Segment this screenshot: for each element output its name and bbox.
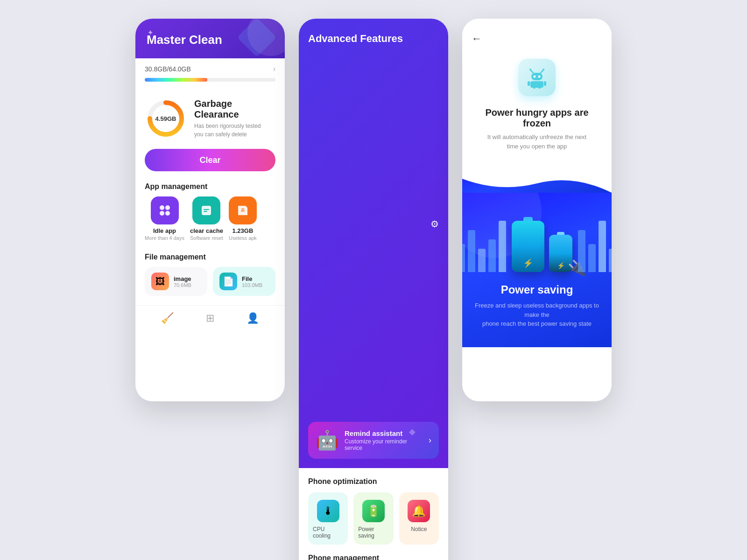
nav-profile-icon[interactable]: 👤 <box>247 312 259 324</box>
notice-icon: 🔔 <box>408 500 430 522</box>
file-size: 103.0MB <box>242 282 262 288</box>
file-info: File 103.0MB <box>242 275 262 288</box>
app-management-title: App management <box>135 180 285 196</box>
power-saving-label: Power saving <box>358 526 388 539</box>
storage-bar-wrapper <box>135 76 285 88</box>
remind-text: Remind assistant Customize your reminder… <box>345 429 423 451</box>
chart-bar-r4 <box>578 230 585 272</box>
notice-card[interactable]: 🔔 Notice <box>399 492 439 545</box>
apk-label: 1.23GB <box>233 227 254 234</box>
remind-sub: Customize your reminder service <box>345 438 423 451</box>
screen-master-clean: Master Clean 30.8GB/64.0GB › <box>135 19 285 401</box>
image-size: 70.6MB <box>174 282 191 288</box>
svg-text:4.59GB: 4.59GB <box>155 115 176 122</box>
screen1-title: Master Clean <box>147 33 274 47</box>
clear-cache-icon <box>192 196 220 224</box>
svg-rect-11 <box>241 209 244 210</box>
screen-power-saving: ← <box>462 19 612 401</box>
cpu-cooling-label: CPU cooling <box>313 526 343 539</box>
power-saving-card[interactable]: 🔋 Power saving <box>353 492 393 545</box>
app-item-apk[interactable]: 1.23GB Useless apk <box>229 196 257 241</box>
screen2-header: Advanced Features ⚙ 🤖 Remind assistant C… <box>299 19 448 468</box>
bar-chart <box>462 221 506 272</box>
file-item-file[interactable]: 📄 File 103.0MB <box>213 267 275 296</box>
back-arrow-icon[interactable]: ← <box>472 33 602 45</box>
garbage-section: 4.59GB Garbage Clearance Has been rigoro… <box>135 88 285 144</box>
svg-line-16 <box>530 70 533 73</box>
nav-apps-icon[interactable]: ⊞ <box>206 312 214 324</box>
battery-illustration: ⚡ ⚡ 🔌 <box>472 221 602 272</box>
chart-bar-4 <box>488 239 496 272</box>
notice-label: Notice <box>411 526 427 532</box>
android-icon-wrap <box>472 59 602 96</box>
screen3-top: ← <box>462 19 612 165</box>
optimization-grid: 🌡 CPU cooling 🔋 Power saving 🔔 Notice <box>308 492 439 545</box>
apk-icon <box>229 196 257 224</box>
power-saving-icon: 🔋 <box>362 500 385 522</box>
garbage-title: Garbage Clearance <box>194 98 275 120</box>
robot-emoji: 🤖 <box>316 429 339 451</box>
chart-bar-r1 <box>609 249 612 272</box>
app-item-cache[interactable]: clear cache Software reset <box>190 196 223 241</box>
svg-point-4 <box>165 205 170 210</box>
storage-row[interactable]: 30.8GB/64.0GB › <box>135 58 285 76</box>
svg-point-19 <box>543 69 544 70</box>
file-management-grid: 🖼 image 70.6MB 📄 File 103.0MB <box>135 267 285 305</box>
svg-rect-26 <box>533 87 536 89</box>
frozen-subtitle: It will automatically unfreeze the nextt… <box>472 133 602 151</box>
svg-point-5 <box>160 211 164 216</box>
screen2-header-row: Advanced Features ⚙ <box>308 33 439 415</box>
svg-rect-25 <box>544 81 546 86</box>
screen1-bottom-nav: 🧹 ⊞ 👤 <box>135 305 285 334</box>
app-management-grid: Idle app More than 4 days clear cache So… <box>135 196 285 250</box>
cpu-cooling-card[interactable]: 🌡 CPU cooling <box>308 492 348 545</box>
garbage-donut-chart: 4.59GB <box>145 98 187 140</box>
image-file-thumb: 🖼 <box>151 273 169 290</box>
remind-banner[interactable]: 🤖 Remind assistant Customize your remind… <box>308 422 439 459</box>
screens-container: Master Clean 30.8GB/64.0GB › <box>135 19 612 560</box>
storage-label: 30.8GB/64.0GB <box>145 65 191 73</box>
svg-rect-24 <box>528 81 530 86</box>
chart-bar-r2 <box>599 221 606 272</box>
image-file-info: image 70.6MB <box>174 275 191 288</box>
screen-advanced-features: Advanced Features ⚙ 🤖 Remind assistant C… <box>299 19 448 560</box>
gear-icon[interactable]: ⚙ <box>430 218 439 230</box>
clear-button[interactable]: Clear <box>145 149 275 171</box>
frozen-title: Power hungry apps are frozen <box>472 107 602 129</box>
phone-management-title: Phone management <box>308 554 439 560</box>
garbage-sub: Has been rigorously tested you can safel… <box>194 122 275 139</box>
svg-rect-20 <box>531 73 543 80</box>
image-label: image <box>174 275 191 282</box>
chart-bar-r3 <box>588 244 596 272</box>
svg-rect-9 <box>204 211 207 212</box>
power-saving-title: Power saving <box>472 283 602 296</box>
svg-line-18 <box>541 70 543 73</box>
screen2-title: Advanced Features <box>308 33 430 415</box>
svg-rect-7 <box>202 206 211 215</box>
chart-bar-1 <box>462 244 465 272</box>
storage-bar <box>145 78 275 82</box>
screen3-bottom: ⚡ ⚡ 🔌 Power saving Freeze and sleep usel… <box>462 193 612 347</box>
file-label: File <box>242 275 262 282</box>
svg-rect-8 <box>204 209 209 210</box>
bar-chart-right <box>578 221 612 272</box>
clear-cache-sub: Software reset <box>190 235 223 241</box>
nav-clean-icon[interactable]: 🧹 <box>161 312 174 324</box>
app-item-idle[interactable]: Idle app More than 4 days <box>145 196 184 241</box>
file-management-title: File management <box>135 250 285 267</box>
file-item-image[interactable]: 🖼 image 70.6MB <box>145 267 207 296</box>
storage-bar-fill <box>145 78 207 82</box>
phone-optimization-title: Phone optimization <box>308 477 439 486</box>
svg-rect-23 <box>530 81 543 88</box>
svg-point-21 <box>534 76 536 78</box>
chart-bar-3 <box>478 249 486 272</box>
screen1-header: Master Clean <box>135 19 285 58</box>
garbage-info: Garbage Clearance Has been rigorously te… <box>194 98 275 139</box>
battery-group: ⚡ ⚡ 🔌 <box>512 221 572 272</box>
idle-app-icon <box>151 196 179 224</box>
chart-bar-2 <box>468 230 475 272</box>
battery-big-icon: ⚡ <box>512 221 544 272</box>
svg-point-17 <box>529 69 531 70</box>
storage-arrow-icon: › <box>273 65 275 73</box>
idle-app-label: Idle app <box>153 227 176 234</box>
